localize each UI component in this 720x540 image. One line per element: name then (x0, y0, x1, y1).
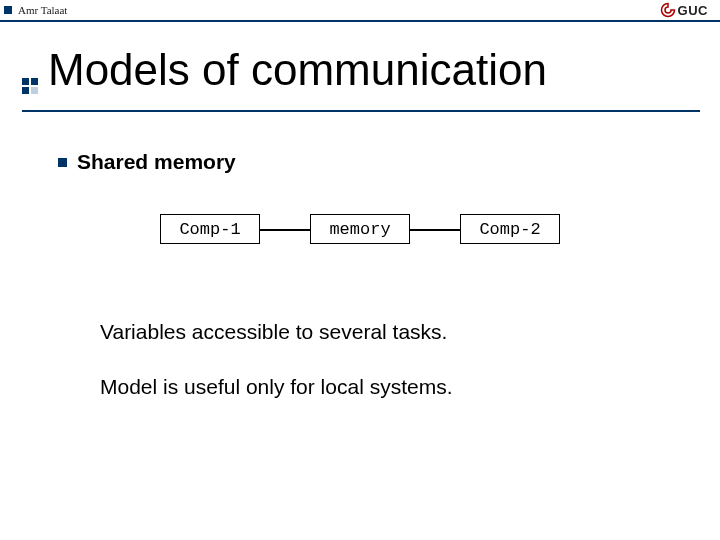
diagram-box-comp2: Comp-2 (460, 214, 560, 244)
body-text: Variables accessible to several tasks. M… (100, 318, 680, 401)
slide-header: Amr Talaat GUC (0, 0, 720, 22)
slide-title: Models of communication (48, 45, 547, 95)
diagram-connector (260, 229, 310, 231)
bullet-text: Shared memory (77, 150, 236, 174)
diagram-connector (410, 229, 460, 231)
paragraph: Model is useful only for local systems. (100, 373, 680, 400)
paragraph: Variables accessible to several tasks. (100, 318, 680, 345)
org-logo: GUC (660, 2, 708, 18)
shared-memory-diagram: Comp-1 memory Comp-2 (160, 214, 580, 258)
slide-content: Shared memory Comp-1 memory Comp-2 Varia… (40, 130, 680, 429)
bullet-item: Shared memory (58, 150, 680, 174)
guc-logo-icon (660, 2, 676, 18)
slide-title-area: Models of communication (22, 30, 700, 112)
author-name: Amr Talaat (18, 4, 67, 16)
diagram-box-memory: memory (310, 214, 410, 244)
diagram-box-comp1: Comp-1 (160, 214, 260, 244)
bullet-icon (58, 158, 67, 167)
guc-logo-text: GUC (678, 3, 708, 18)
